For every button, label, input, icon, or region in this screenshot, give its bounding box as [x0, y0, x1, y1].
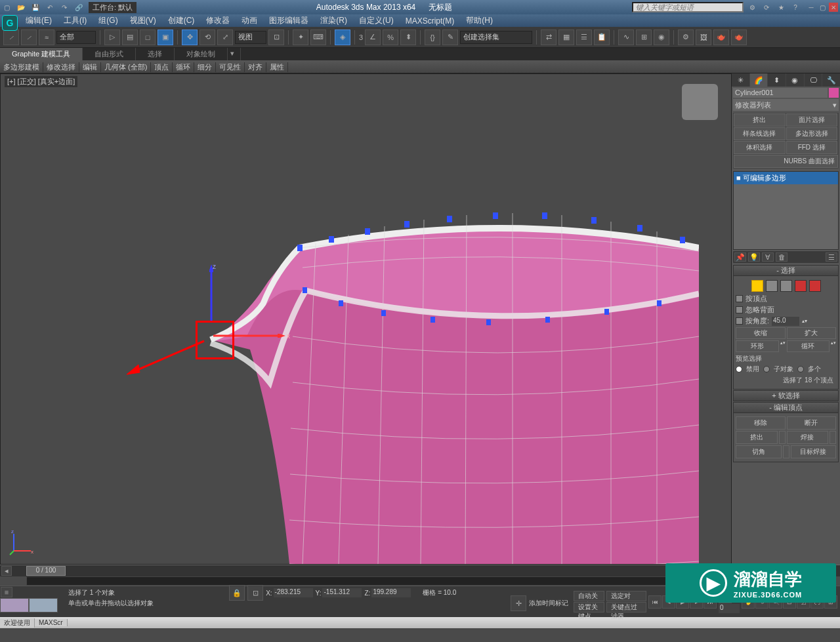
app-menu-button[interactable]: G — [2, 15, 18, 31]
link-icon[interactable]: 🔗 — [74, 3, 83, 12]
configure-icon[interactable]: ☰ — [826, 252, 837, 262]
ignore-backfacing-check[interactable]: 忽略背面 — [736, 305, 836, 315]
weld-button[interactable]: 焊接 — [787, 431, 829, 444]
ribbon-expand-icon[interactable]: ▾ — [228, 48, 241, 60]
loop-spinner[interactable]: ▴▾ — [831, 340, 836, 352]
remove-mod-icon[interactable]: 🗑 — [776, 252, 788, 262]
layer-explorer-button[interactable]: 📋 — [594, 30, 610, 45]
angle-spinner[interactable]: 45.0 — [772, 317, 799, 326]
targetweld-button[interactable]: 目标焊接 — [791, 445, 837, 458]
rib-vertex[interactable]: 顶点 — [151, 62, 173, 72]
remove-button[interactable]: 移除 — [736, 416, 786, 430]
show-result-icon[interactable]: 💡 — [748, 252, 760, 262]
menu-views[interactable]: 视图(V) — [124, 15, 162, 26]
mirror-button[interactable]: ⇄ — [541, 30, 556, 45]
subobj-edge-icon[interactable] — [766, 280, 778, 292]
menu-grapheditors[interactable]: 图形编辑器 — [263, 15, 314, 26]
by-angle-check[interactable] — [736, 317, 743, 325]
rollout-editvertex-header[interactable]: - 编辑顶点 — [733, 402, 839, 413]
named-selection-set[interactable]: 创建选择集 — [460, 31, 532, 44]
btn-ffdsel[interactable]: FFD 选择 — [786, 141, 838, 154]
favorite-icon[interactable]: ★ — [776, 3, 786, 12]
by-vertex-check[interactable]: 按顶点 — [736, 294, 836, 304]
status-set2[interactable] — [29, 598, 58, 612]
snap-toggle-button[interactable]: ◈ — [335, 30, 350, 45]
radio-off[interactable] — [736, 366, 742, 372]
scale-button[interactable]: ⤢ — [217, 30, 233, 45]
named-sets-edit-button[interactable]: ✎ — [442, 30, 458, 45]
menu-animation[interactable]: 动画 — [236, 15, 263, 26]
ring-spinner[interactable]: ▴▾ — [780, 340, 786, 352]
tab-freeform[interactable]: 自由形式 — [83, 48, 136, 60]
rib-edit[interactable]: 编辑 — [79, 62, 101, 72]
tab-utilities-icon[interactable]: 🔧 — [822, 73, 840, 87]
gizmo-z-axis[interactable] — [209, 264, 213, 321]
select-manipulate-button[interactable]: ✦ — [293, 30, 308, 45]
close-button[interactable]: ✕ — [829, 3, 838, 12]
curve-editor-button[interactable]: ∿ — [618, 30, 634, 45]
maximize-button[interactable]: ▢ — [818, 3, 827, 12]
rotate-button[interactable]: ⟲ — [200, 30, 215, 45]
tab-selection[interactable]: 选择 — [136, 48, 175, 60]
bind-spacewarp-button[interactable]: ≈ — [39, 30, 54, 45]
radio-multi[interactable] — [797, 366, 804, 372]
search-input[interactable] — [632, 2, 744, 12]
time-slider[interactable]: 0 / 100 — [26, 566, 66, 576]
viewport[interactable]: [+] [正交] [真实+边面] — [0, 73, 732, 565]
subobj-border-icon[interactable] — [780, 280, 792, 292]
menu-customize[interactable]: 自定义(U) — [353, 15, 400, 26]
autokey-button[interactable]: 自动关键点 — [574, 591, 604, 601]
menu-edit[interactable]: 编辑(E) — [20, 15, 58, 26]
subobj-element-icon[interactable] — [809, 280, 821, 292]
render-button[interactable]: 🫖 — [713, 30, 729, 45]
unique-icon[interactable]: ∀ — [762, 252, 774, 262]
btn-nurbssurf[interactable]: NURBS 曲面选择 — [734, 155, 838, 168]
rollout-softsel-header[interactable]: + 软选择 — [733, 390, 839, 401]
tab-graphite[interactable]: Graphite 建模工具 — [0, 48, 83, 60]
maxscript-mini-icon[interactable]: ≡ — [1, 587, 12, 597]
lock-icon[interactable]: 🔒 — [229, 585, 245, 601]
rib-geom[interactable]: 几何体 (全部) — [101, 62, 151, 72]
object-name-field[interactable]: Cylinder001 — [733, 88, 828, 98]
tab-display-icon[interactable]: 🖵 — [805, 73, 822, 87]
footer-welcome[interactable]: 欢迎使用 — [0, 618, 35, 628]
named-sets-button[interactable]: {} — [425, 30, 440, 45]
spinner-snap-button[interactable]: ⬍ — [400, 30, 416, 45]
coord-y-field[interactable]: -151.312 — [322, 588, 362, 597]
select-rect-button[interactable]: □ — [140, 30, 156, 45]
goto-start-icon[interactable]: ⏮ — [648, 595, 662, 609]
chamfer-button[interactable]: 切角 — [736, 445, 782, 458]
move-button[interactable]: ✥ — [182, 30, 198, 45]
weld-settings[interactable] — [830, 431, 836, 444]
menu-rendering[interactable]: 渲染(R) — [314, 15, 353, 26]
pin-stack-icon[interactable]: 📌 — [734, 252, 746, 262]
rib-loop[interactable]: 循环 — [173, 62, 194, 72]
ring-button[interactable]: 环形 — [736, 340, 779, 352]
menu-maxscript[interactable]: MAXScript(M) — [400, 16, 461, 26]
coord-z-field[interactable]: 199.289 — [371, 588, 411, 597]
select-name-button[interactable]: ▤ — [122, 30, 138, 45]
infocenter-icon[interactable]: ⚙ — [747, 3, 757, 12]
help-icon[interactable]: ? — [791, 3, 800, 12]
spinner-arrows[interactable]: ▴▾ — [802, 318, 807, 324]
tab-modify-icon[interactable]: 🌈 — [750, 73, 768, 87]
tab-paint[interactable]: 对象绘制 — [175, 48, 228, 60]
subobj-vertex-icon[interactable] — [751, 280, 763, 292]
redo-icon[interactable]: ↷ — [60, 3, 69, 12]
time-config-icon[interactable]: ◂ — [1, 566, 12, 576]
select-link-button[interactable]: ⟋ — [3, 30, 19, 45]
footer-maxscript[interactable]: MAXScr — [35, 619, 68, 626]
angle-snap-button[interactable]: ∠ — [365, 30, 381, 45]
open-icon[interactable]: 📂 — [16, 3, 26, 12]
crosshair-icon[interactable]: ✛ — [511, 595, 526, 611]
render-prod-button[interactable]: 🫖 — [731, 30, 747, 45]
refcoord-dropdown[interactable]: 视图 — [235, 31, 266, 44]
shrink-button[interactable]: 收缩 — [736, 327, 786, 339]
coord-x-field[interactable]: -283.215 — [274, 588, 313, 597]
rib-modsel[interactable]: 修改选择 — [43, 62, 79, 72]
break-button[interactable]: 断开 — [787, 416, 837, 430]
keyfilter-button[interactable]: 关键点过滤器... — [606, 602, 646, 612]
unlink-button[interactable]: ⟋ — [21, 30, 37, 45]
tab-create-icon[interactable]: ✳ — [732, 73, 749, 87]
loop-button[interactable]: 循环 — [787, 340, 830, 352]
